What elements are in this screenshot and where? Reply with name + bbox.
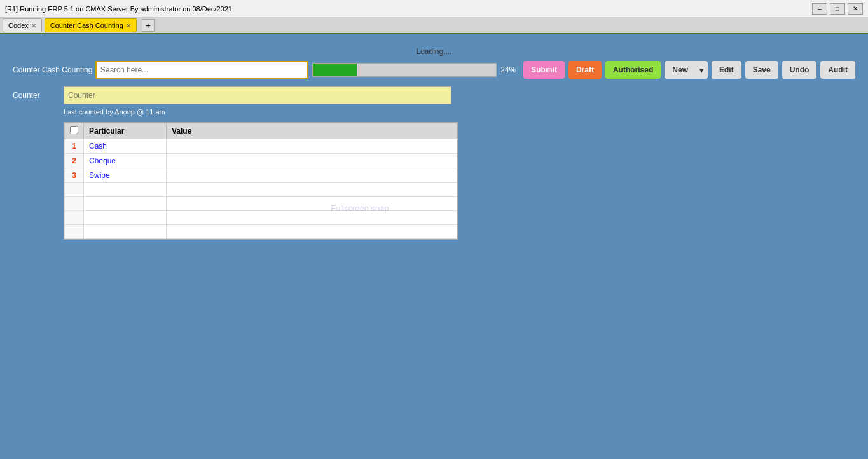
table-row: 1 Cash xyxy=(65,139,457,154)
table-row-empty xyxy=(65,225,457,239)
row-2-num: 2 xyxy=(65,154,84,168)
draft-button[interactable]: Draft xyxy=(568,61,602,79)
loading-text: Loading.... xyxy=(13,47,855,56)
edit-button[interactable]: Edit xyxy=(712,61,741,79)
col-value: Value xyxy=(167,123,457,139)
row-1-value[interactable] xyxy=(167,139,457,154)
new-dropdown-button[interactable]: ▾ xyxy=(696,61,708,79)
maximize-button[interactable]: □ xyxy=(830,3,845,15)
tab-counter-cash-counting-label: Counter Cash Counting xyxy=(50,22,123,29)
progress-percent: 24% xyxy=(500,65,520,74)
table-row: 2 Cheque xyxy=(65,154,457,168)
toolbar-row: Counter Cash Counting 24% Submit Draft A… xyxy=(13,61,855,79)
table-header-row: Particular Value xyxy=(65,123,457,139)
submit-button[interactable]: Submit xyxy=(523,61,565,79)
audit-button[interactable]: Audit xyxy=(820,61,855,79)
progress-bar xyxy=(312,63,497,77)
search-input[interactable] xyxy=(95,61,309,79)
progress-fill xyxy=(313,64,357,76)
last-counted-text: Last counted by Anoop @ 11.am xyxy=(64,108,855,116)
row-3-particular: Swipe xyxy=(84,168,167,183)
main-content: Loading.... Counter Cash Counting 24% Su… xyxy=(0,34,868,252)
tab-codex-close[interactable]: ✕ xyxy=(31,22,36,29)
table-row-empty xyxy=(65,211,457,225)
row-1-particular: Cash xyxy=(84,139,167,154)
title-bar: [R1] Running ERP 5.1 on CMAX Server By a… xyxy=(0,0,868,18)
row-3-value[interactable] xyxy=(167,168,457,183)
authorised-button[interactable]: Authorised xyxy=(605,61,661,79)
tab-codex[interactable]: Codex ✕ xyxy=(3,18,42,32)
new-button-group: New ▾ xyxy=(665,61,708,79)
toolbar-label: Counter Cash Counting xyxy=(13,65,92,74)
table-row-empty xyxy=(65,183,457,197)
tab-codex-label: Codex xyxy=(8,22,29,29)
tab-counter-cash-counting[interactable]: Counter Cash Counting ✕ xyxy=(45,18,137,32)
close-button[interactable]: ✕ xyxy=(848,3,863,15)
title-text: [R1] Running ERP 5.1 on CMAX Server By a… xyxy=(5,5,232,13)
table-container: Particular Value 1 Cash 2 Cheque xyxy=(64,122,458,240)
row-2-value[interactable] xyxy=(167,154,457,168)
select-all-checkbox[interactable] xyxy=(70,126,78,134)
progress-container: 24% xyxy=(312,63,520,77)
save-button[interactable]: Save xyxy=(745,61,778,79)
particulars-table: Particular Value 1 Cash 2 Cheque xyxy=(64,123,457,239)
tab-counter-cash-counting-close[interactable]: ✕ xyxy=(126,22,131,29)
minimize-button[interactable]: – xyxy=(812,3,827,15)
row-3-num: 3 xyxy=(65,168,84,183)
row-1-num: 1 xyxy=(65,139,84,154)
new-button[interactable]: New xyxy=(665,61,696,79)
tab-bar: Codex ✕ Counter Cash Counting ✕ + xyxy=(0,18,868,34)
counter-input[interactable] xyxy=(64,86,451,104)
undo-button[interactable]: Undo xyxy=(782,61,817,79)
counter-field-row: Counter xyxy=(13,86,855,104)
table-row-empty xyxy=(65,197,457,211)
table-body: 1 Cash 2 Cheque 3 Swipe xyxy=(65,139,457,239)
form-area: Counter Last counted by Anoop @ 11.am Pa… xyxy=(13,86,855,246)
col-checkbox xyxy=(65,123,84,139)
window-controls: – □ ✕ xyxy=(812,3,863,15)
table-row: 3 Swipe xyxy=(65,168,457,183)
row-2-particular: Cheque xyxy=(84,154,167,168)
counter-label: Counter xyxy=(13,91,64,100)
col-particular: Particular xyxy=(84,123,167,139)
tab-add-button[interactable]: + xyxy=(142,19,155,32)
